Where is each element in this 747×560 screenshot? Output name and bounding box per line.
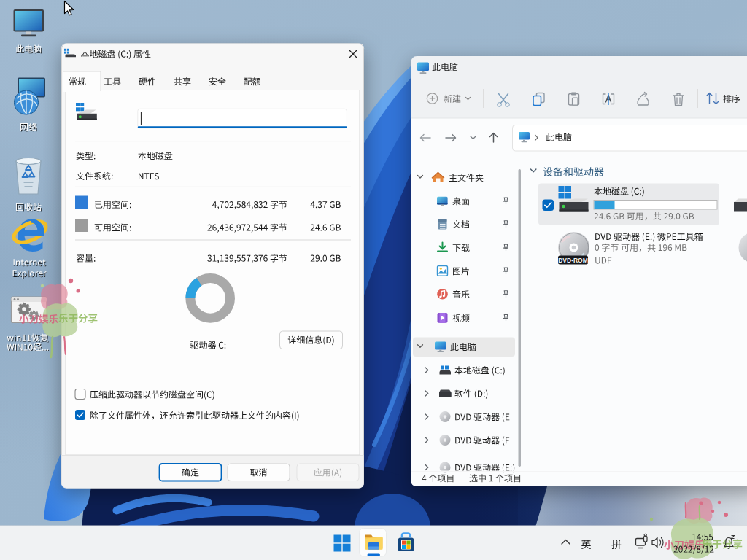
svg-text:DVD-ROM: DVD-ROM — [558, 257, 588, 264]
